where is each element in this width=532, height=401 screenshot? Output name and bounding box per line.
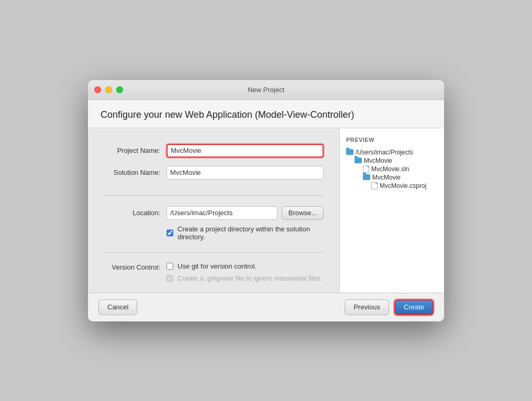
create-project-dir-label: Create a project directory within the so… [178,225,324,241]
file-icon-csproj [371,182,378,190]
tree-label-mvcmovie: MvcMovie [364,157,392,164]
solution-name-label: Solution Name: [104,169,167,176]
gitignore-checkbox[interactable] [167,275,173,282]
location-label: Location: [104,209,167,217]
traffic-lights [94,86,123,93]
bottom-right-buttons: Previous Create [345,299,434,315]
page-header: Configure your new Web Application (Mode… [88,100,444,128]
tree-item-mvcmovie-subfolder: MvcMovie [346,173,438,182]
main-content: Project Name: Solution Name: Location: B… [88,128,444,293]
window-title: New Project [248,86,284,94]
version-options: Use git for version control. Create a .g… [167,262,323,282]
folder-icon [354,158,362,163]
gitignore-label: Create a .gitignore file to ignore iness… [178,274,323,282]
page-title: Configure your new Web Application (Mode… [101,109,431,120]
tree-label-sln: MvcMovie.sln [371,165,409,173]
project-name-input[interactable] [167,144,324,158]
use-git-checkbox[interactable] [167,263,173,270]
form-area: Project Name: Solution Name: Location: B… [88,128,339,293]
minimize-button[interactable] [105,86,112,93]
tree-item-csproj: MvcMovie.csproj [346,182,438,190]
main-window: New Project Configure your new Web Appli… [88,80,444,321]
gitignore-option: Create a .gitignore file to ignore iness… [167,274,323,282]
tree-label-root: /Users/imac/Projects [356,149,413,156]
close-button[interactable] [94,86,101,93]
folder-icon [346,149,353,155]
version-control-section: Version Control: Use git for version con… [104,262,324,282]
use-git-label: Use git for version control. [178,262,257,270]
maximize-button[interactable] [116,86,123,93]
project-name-row: Project Name: [104,144,324,158]
tree-item-mvcmovie-folder: MvcMovie [346,157,438,165]
folder-icon [363,174,370,180]
tree-label-mvcmovie-sub: MvcMovie [372,174,401,181]
create-button[interactable]: Create [394,299,434,315]
tree-label-csproj: MvcMovie.csproj [380,182,426,190]
bottom-bar: Cancel Previous Create [88,293,444,321]
use-git-option: Use git for version control. [167,262,323,270]
tree-item-sln: MvcMovie.sln [346,165,438,173]
title-bar: New Project [88,80,444,100]
solution-name-row: Solution Name: [104,166,324,180]
preview-panel: PREVIEW /Users/imac/Projects MvcMovie Mv… [339,128,444,293]
location-row: Location: Browse... [104,206,324,220]
file-icon-sln [363,165,369,173]
create-project-dir-checkbox[interactable] [167,229,173,237]
cancel-button[interactable]: Cancel [98,299,137,315]
divider-1 [104,195,324,196]
create-project-dir-row: Create a project directory within the so… [167,225,324,241]
preview-title: PREVIEW [346,137,438,143]
previous-button[interactable]: Previous [345,299,389,315]
location-input[interactable] [167,206,278,220]
solution-name-input[interactable] [167,166,324,180]
version-control-label: Version Control: [104,263,167,271]
tree-item-root: /Users/imac/Projects [346,148,438,157]
project-name-label: Project Name: [104,147,167,154]
divider-2 [104,252,324,253]
browse-button[interactable]: Browse... [282,206,324,220]
